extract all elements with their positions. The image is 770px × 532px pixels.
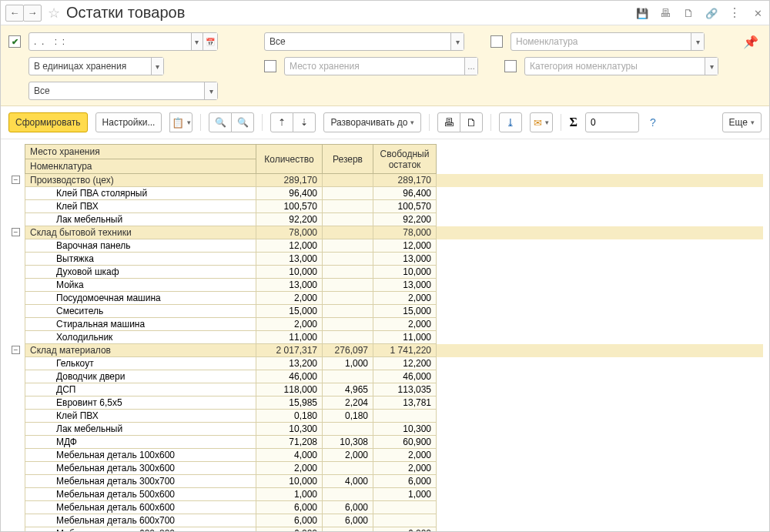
tree-toggle-icon[interactable]: − [12,228,20,236]
item-row[interactable]: Гелькоут13,2001,00012,200 [7,357,763,370]
item-row[interactable]: Лак мебельный10,30010,300 [7,423,763,436]
clear-find-button[interactable] [231,112,254,132]
nomen-checkbox[interactable] [490,35,503,48]
item-row[interactable]: Евровинт 6,5х515,9852,20413,781 [7,396,763,410]
print-icon[interactable] [658,6,672,19]
collapse-button[interactable] [270,112,293,132]
row-free: 15,000 [373,305,437,318]
row-free: 13,781 [373,396,437,410]
export-button[interactable] [499,112,522,132]
variants-button[interactable]: ▾ [169,112,192,132]
item-row[interactable]: Стиральная машина2,0002,000 [7,318,763,331]
col-nomen[interactable]: Номенклатура [25,159,256,174]
group-row[interactable]: −Производство (цех)289,170289,170 [7,174,763,187]
print-preview-button[interactable] [460,112,483,132]
group-row[interactable]: −Склад бытовой техники78,00078,000 [7,226,763,239]
all-filter-dropdown-icon[interactable]: ▾ [450,33,464,50]
item-row[interactable]: Холодильник11,00011,000 [7,331,763,344]
nav-back-button[interactable]: ← [5,5,24,22]
help-icon[interactable]: ? [647,116,659,129]
units-field[interactable]: ▾ [28,57,164,75]
row-free [373,514,437,527]
item-row[interactable]: Мойка13,00013,000 [7,279,763,292]
link-icon[interactable] [705,6,718,19]
item-row[interactable]: Мебельная деталь 600х6006,0006,000 [7,501,763,514]
item-row[interactable]: Клей ПВХ0,1800,180 [7,410,763,423]
place-field[interactable]: … [284,57,478,75]
date-input[interactable] [29,36,191,47]
all-filter-field[interactable]: ▾ [264,32,464,51]
row-free: 78,000 [373,226,437,239]
col-free[interactable]: Свободный остаток [373,145,437,174]
expand-button[interactable] [293,112,316,132]
item-row[interactable]: Мебельная деталь 300х6002,0002,000 [7,462,763,475]
item-row[interactable]: Мебельная деталь 300х70010,0004,0006,000 [7,475,763,488]
date-dropdown-icon[interactable]: ▾ [191,33,203,50]
all-filter-input[interactable] [265,36,450,47]
item-row[interactable]: Доводчик двери46,00046,000 [7,370,763,383]
col-qty[interactable]: Количество [256,145,323,174]
place-checkbox[interactable] [264,60,276,72]
item-row[interactable]: Духовой шкаф10,00010,000 [7,266,763,279]
sum-field[interactable]: 0 [585,112,639,132]
tree-toggle-icon[interactable]: − [12,176,20,184]
print-button[interactable] [437,112,460,132]
expand-to-label: Разворачивать до [330,117,407,128]
all2-input[interactable] [29,85,204,96]
close-icon[interactable] [751,6,765,19]
all2-dropdown-icon[interactable]: ▾ [204,82,217,99]
generate-button[interactable]: Сформировать [8,112,88,132]
category-checkbox[interactable] [504,60,517,72]
preview-icon[interactable] [681,6,695,19]
item-row[interactable]: Смеситель15,00015,000 [7,305,763,318]
row-res [323,318,373,331]
row-name: Мебельная деталь 600х800 [25,527,256,533]
more-icon[interactable] [728,5,742,20]
tree-toggle-icon[interactable]: − [12,346,20,354]
col-reserve[interactable]: Резерв [323,145,373,174]
more-button[interactable]: Еще▾ [722,112,762,132]
category-input[interactable] [525,61,705,72]
favorite-star-icon[interactable]: ☆ [48,5,60,22]
item-row[interactable]: Клей ПВХ100,570100,570 [7,200,763,213]
item-row[interactable]: Лак мебельный92,20092,200 [7,213,763,226]
row-name: Клей ПВХ [25,410,256,423]
nomen-field[interactable]: ▾ [511,32,705,51]
row-free: 11,000 [373,331,437,344]
item-row[interactable]: Мебельная деталь 600х8006,0006,000 [7,527,763,533]
save-icon[interactable] [635,6,649,19]
item-row[interactable]: Вытяжка13,00013,000 [7,253,763,266]
row-res [323,253,373,266]
units-dropdown-icon[interactable]: ▾ [151,58,163,75]
report-scroll[interactable]: Место хранения Количество Резерв Свободн… [7,144,763,532]
item-row[interactable]: Посудомоечная машина2,0002,000 [7,292,763,305]
item-row[interactable]: ДСП118,0004,965113,035 [7,383,763,396]
place-more-icon[interactable]: … [464,58,477,75]
send-button[interactable]: ▾ [530,112,553,132]
item-row[interactable]: Мебельная деталь 100х6004,0002,0002,000 [7,449,763,462]
item-row[interactable]: Клей ПВА столярный96,40096,400 [7,187,763,200]
date-filter-checkbox[interactable] [8,35,21,48]
calendar-icon[interactable]: 📅 [203,33,217,50]
nomen-dropdown-icon[interactable]: ▾ [691,33,704,50]
group-row[interactable]: −Склад материалов2 017,317276,0971 741,2… [7,344,763,357]
settings-button[interactable]: Настройки... [95,112,162,132]
item-row[interactable]: МДФ71,20810,30860,900 [7,436,763,449]
nav-forward-button[interactable]: → [23,5,42,22]
place-input[interactable] [285,61,464,72]
item-row[interactable]: Мебельная деталь 500х6001,0001,000 [7,488,763,501]
pin-icon[interactable]: 📌 [743,35,762,49]
nomen-input[interactable] [511,36,691,47]
item-row[interactable]: Мебельная деталь 600х7006,0006,000 [7,514,763,527]
expand-to-button[interactable]: Разворачивать до▾ [323,112,421,132]
row-qty: 13,200 [256,357,323,370]
date-field[interactable]: ▾ 📅 [28,32,218,51]
category-field[interactable]: ▾ [524,57,718,75]
category-dropdown-icon[interactable]: ▾ [705,58,718,75]
col-place[interactable]: Место хранения [25,145,256,159]
units-input[interactable] [29,61,151,72]
find-button[interactable] [209,112,232,132]
item-row[interactable]: Варочная панель12,00012,000 [7,239,763,253]
all2-field[interactable]: ▾ [28,82,218,100]
row-res: 2,204 [323,396,373,410]
